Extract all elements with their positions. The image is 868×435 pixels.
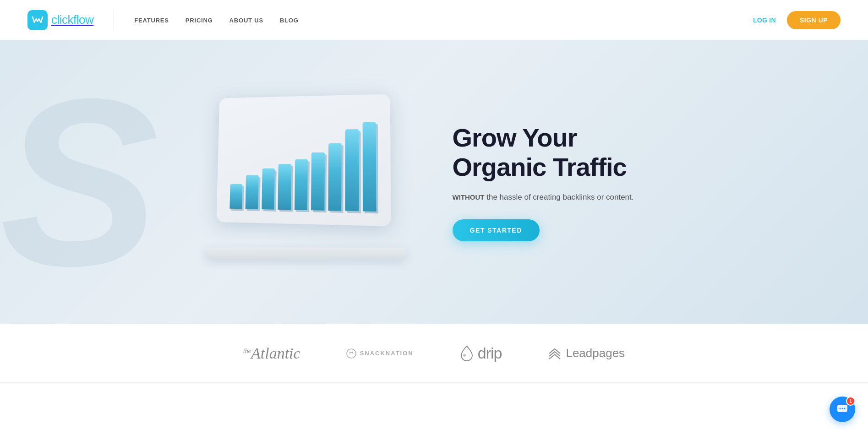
nav-links: FEATURES PRICING ABOUT US BLOG [134,16,298,24]
chart-bar [278,164,291,210]
hero-text: Grow Your Organic Traffic WITHOUT the ha… [453,123,663,241]
partner-leadpages: Leadpages [547,346,625,360]
drip-logo-text: drip [478,344,502,362]
svg-point-2 [352,352,353,353]
svg-point-3 [463,354,466,357]
nav-item-features[interactable]: FEATURES [134,16,169,24]
chat-icon [836,403,848,415]
atlantic-logo-text: theAtlantic [243,345,300,362]
svg-point-5 [840,408,841,409]
bar-chart [229,122,376,211]
logo-w-icon [32,14,44,26]
chart-bar [262,169,275,210]
nav-item-pricing[interactable]: PRICING [186,16,213,24]
hero-subtext-strong: WITHOUT [453,193,485,201]
chart-bar [345,129,359,211]
partner-drip: drip [459,344,502,362]
get-started-button[interactable]: GET STARTED [453,219,540,241]
logo-text: clickflow [51,13,93,27]
laptop-graphic [205,95,407,269]
chart-bar [362,122,376,211]
chat-bubble[interactable]: 1 [830,397,855,422]
navbar-left: clickflow FEATURES PRICING ABOUT US BLOG [27,10,299,30]
drip-icon [459,345,474,362]
partners-section: theAtlantic SNACKNATION drip Leadpages [0,324,868,383]
nav-item-about[interactable]: ABOUT US [229,16,263,24]
svg-point-7 [844,408,846,409]
hero-subtext: WITHOUT the hassle of creating backlinks… [453,191,663,203]
hero-section: S Grow Your Organic Traffic WITHOUT the … [0,40,868,324]
svg-point-0 [347,349,356,358]
leadpages-logo-text: Leadpages [566,346,625,360]
chart-bar [311,152,324,211]
snacknation-logo-text: SNACKNATION [360,350,414,357]
partner-atlantic: theAtlantic [243,345,300,362]
snacknation-icon [346,348,356,359]
login-button[interactable]: LOG IN [753,16,776,24]
svg-point-1 [349,352,350,353]
nav-divider [114,11,114,29]
logo-text-regular: flow [73,13,93,27]
hero-visual [205,95,416,269]
logo[interactable]: clickflow [27,10,93,30]
nav-link-blog[interactable]: BLOG [280,17,299,24]
nav-item-blog[interactable]: BLOG [280,16,299,24]
hero-content: Grow Your Organic Traffic WITHOUT the ha… [0,68,868,297]
chart-bar [246,175,259,209]
navbar: clickflow FEATURES PRICING ABOUT US BLOG… [0,0,868,40]
logo-text-accent: click [51,13,73,27]
hero-subtext-rest: the hassle of creating backlinks or cont… [484,193,633,201]
leadpages-icon [547,347,562,360]
chat-badge: 1 [846,397,855,406]
chart-bar [328,143,341,211]
signup-button[interactable]: SIGN UP [787,11,841,29]
nav-link-pricing[interactable]: PRICING [186,17,213,24]
partner-snacknation: SNACKNATION [346,348,414,359]
nav-link-features[interactable]: FEATURES [134,17,169,24]
nav-link-about[interactable]: ABOUT US [229,17,263,24]
navbar-right: LOG IN SIGN UP [753,11,841,29]
logo-icon [27,10,48,30]
hero-headline: Grow Your Organic Traffic [453,123,663,182]
chart-bar [294,159,307,210]
chart-bar [229,184,242,209]
svg-point-6 [842,408,843,409]
laptop-base [204,248,407,260]
laptop-screen [216,94,391,226]
